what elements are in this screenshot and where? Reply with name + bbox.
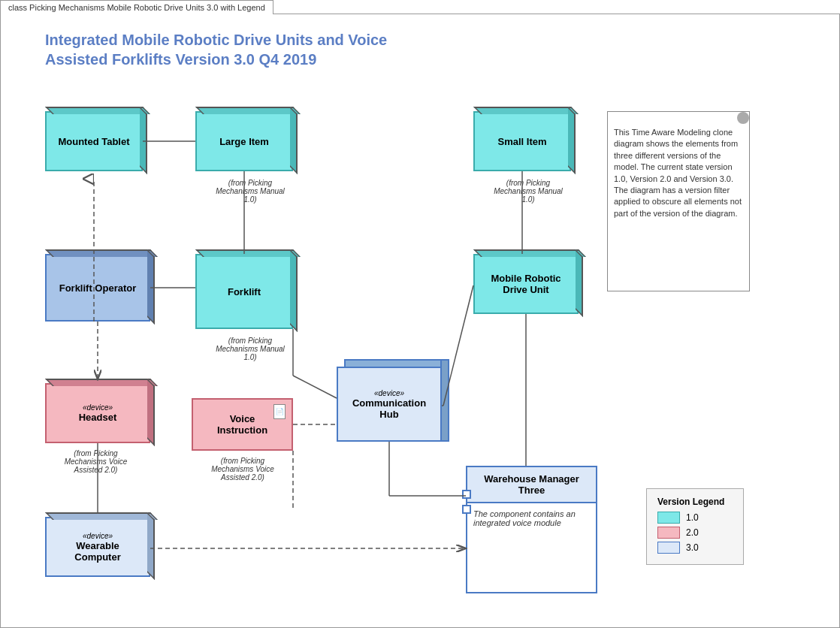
small-item-from: (from PickingMechanisms Manual1.0) — [487, 179, 570, 204]
warehouse-manager-body: The component contains an integrated voi… — [467, 503, 596, 533]
small-item-label: Small Item — [497, 136, 546, 147]
large-item-label: Large Item — [219, 136, 269, 147]
note-corner-icon — [737, 112, 749, 124]
wearable-computer-box[interactable]: «device» Wearable Computer — [45, 517, 150, 577]
tab-label: class Picking Mechanisms Mobile Robotic … — [0, 0, 273, 14]
voice-instruction-label: Voice Instruction — [217, 413, 267, 436]
headset-stereotype: «device» — [83, 403, 113, 412]
forklift-box[interactable]: Forklift — [195, 254, 293, 329]
forklift-operator-box[interactable]: Forklift Operator — [45, 254, 150, 322]
legend-title: Version Legend — [657, 497, 733, 507]
doc-icon: 📄 — [273, 404, 286, 419]
voice-from: (from PickingMechanisms VoiceAssisted 2.… — [190, 457, 295, 482]
legend-label-2: 2.0 — [686, 527, 699, 538]
warehouse-manager-header: Warehouse ManagerThree — [467, 467, 596, 503]
comm-hub-label: Communication Hub — [352, 397, 426, 420]
comm-hub-stereotype: «device» — [374, 389, 404, 397]
version-legend: Version Legend 1.0 2.0 3.0 — [646, 488, 744, 565]
legend-label-3: 3.0 — [686, 542, 699, 553]
legend-label-1: 1.0 — [686, 512, 699, 523]
warehouse-manager-box[interactable]: Warehouse ManagerThree The component con… — [466, 466, 597, 593]
legend-swatch-3 — [657, 542, 680, 554]
large-item-from: (from PickingMechanisms Manual1.0) — [209, 179, 292, 204]
note-box: This Time Aware Modeling clone diagram s… — [607, 111, 750, 291]
mobile-robotic-box[interactable]: Mobile Robotic Drive Unit — [473, 254, 579, 314]
forklift-label: Forklift — [228, 286, 261, 297]
legend-swatch-1 — [657, 512, 680, 524]
mobile-robotic-label: Mobile Robotic Drive Unit — [491, 273, 561, 295]
headset-from: (from PickingMechanisms VoiceAssisted 2.… — [41, 449, 150, 474]
forklift-operator-label: Forklift Operator — [59, 282, 137, 294]
legend-item-2: 2.0 — [657, 527, 733, 539]
headset-label: Headset — [79, 412, 117, 423]
legend-swatch-2 — [657, 527, 680, 539]
mounted-tablet-box[interactable]: Mounted Tablet — [45, 111, 143, 171]
component-port-1 — [462, 490, 471, 499]
note-text: This Time Aware Modeling clone diagram s… — [614, 128, 742, 218]
mounted-tablet-label: Mounted Tablet — [58, 136, 129, 147]
wearable-label: Wearable Computer — [74, 540, 120, 563]
headset-box[interactable]: «device» Headset — [45, 383, 150, 443]
legend-item-3: 3.0 — [657, 542, 733, 554]
large-item-box[interactable]: Large Item — [195, 111, 293, 171]
legend-item-1: 1.0 — [657, 512, 733, 524]
small-item-box[interactable]: Small Item — [473, 111, 571, 171]
diagram-title: Integrated Mobile Robotic Drive Units an… — [45, 30, 387, 69]
comm-hub-container[interactable]: «device» Communication Hub — [337, 367, 442, 442]
forklift-from: (from PickingMechanisms Manual1.0) — [209, 337, 292, 361]
component-port-2 — [462, 505, 471, 514]
wearable-stereotype: «device» — [83, 532, 113, 540]
voice-instruction-box[interactable]: Voice Instruction 📄 — [192, 398, 293, 451]
